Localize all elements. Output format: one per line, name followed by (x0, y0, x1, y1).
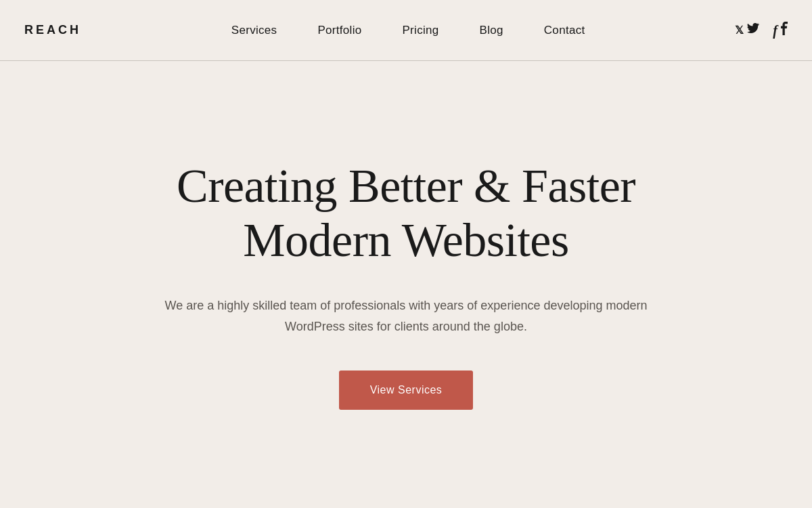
twitter-icon[interactable] (735, 23, 759, 37)
nav-item-services[interactable]: Services (231, 24, 277, 37)
site-logo[interactable]: REACH (24, 23, 81, 37)
hero-section: Creating Better & Faster Modern Websites… (0, 61, 812, 508)
facebook-icon[interactable] (773, 22, 788, 39)
site-header: REACH Services Portfolio Pricing Blog Co… (0, 0, 812, 61)
nav-item-contact[interactable]: Contact (544, 24, 585, 37)
nav-item-pricing[interactable]: Pricing (402, 24, 438, 37)
view-services-button[interactable]: View Services (339, 371, 474, 410)
hero-title: Creating Better & Faster Modern Websites (177, 159, 635, 268)
nav-item-portfolio[interactable]: Portfolio (317, 24, 361, 37)
main-nav: Services Portfolio Pricing Blog Contact (231, 24, 585, 37)
nav-item-blog[interactable]: Blog (480, 24, 503, 37)
hero-subtitle: We are a highly skilled team of professi… (156, 295, 656, 337)
social-links (735, 22, 788, 39)
